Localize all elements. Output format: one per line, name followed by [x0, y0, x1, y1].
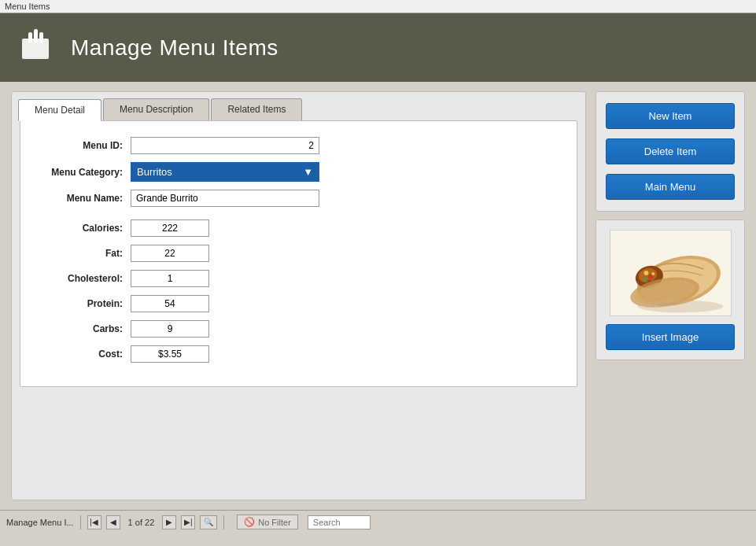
new-item-button[interactable]: New Item [606, 103, 735, 129]
status-nav-label: Manage Menu I... [6, 518, 74, 527]
form-row-category: Menu Category: Burritos ▼ [36, 162, 561, 182]
input-protein[interactable] [131, 295, 209, 312]
form-row-cholesterol: Cholesterol: [36, 270, 561, 287]
dropdown-arrow-icon: ▼ [303, 166, 313, 178]
tabs-container: Menu Detail Menu Description Related Ite… [12, 92, 585, 120]
form-row-carbs: Carbs: [36, 320, 561, 338]
label-menu-name: Menu Name: [36, 193, 131, 204]
svg-rect-3 [39, 32, 43, 43]
label-calories: Calories: [36, 223, 131, 234]
svg-point-9 [644, 271, 648, 275]
form-row-calories: Calories: [36, 220, 561, 237]
left-panel: Menu Detail Menu Description Related Ite… [11, 91, 586, 500]
svg-point-11 [642, 277, 646, 281]
main-content: Menu Detail Menu Description Related Ite… [0, 82, 756, 510]
status-bar: Manage Menu I... |◀ ◀ 1 of 22 ▶ ▶| 🔍 🚫 N… [0, 510, 756, 533]
no-filter-button[interactable]: 🚫 No Filter [237, 515, 298, 529]
nav-next-button[interactable]: ▶ [162, 515, 176, 529]
title-bar-label: Menu Items [5, 2, 50, 11]
label-fat: Fat: [36, 248, 131, 259]
insert-image-button[interactable]: Insert Image [606, 324, 735, 350]
label-cholesterol: Cholesterol: [36, 273, 131, 284]
button-group: New Item Delete Item Main Menu [596, 91, 745, 212]
nav-first-button[interactable]: |◀ [87, 515, 101, 529]
delete-item-button[interactable]: Delete Item [606, 138, 735, 164]
tab-menu-detail[interactable]: Menu Detail [18, 99, 101, 121]
form-row-name: Menu Name: [36, 190, 561, 207]
svg-point-12 [651, 272, 655, 275]
label-protein: Protein: [36, 298, 131, 309]
label-menu-category: Menu Category: [36, 167, 131, 178]
app-header: Manage Menu Items [0, 13, 756, 82]
input-fat[interactable] [131, 245, 209, 262]
label-carbs: Carbs: [36, 323, 131, 334]
label-menu-id: Menu ID: [36, 140, 131, 151]
input-cost[interactable] [131, 345, 209, 363]
header-title: Manage Menu Items [71, 35, 278, 61]
food-image [610, 230, 732, 316]
status-separator-1 [80, 515, 81, 529]
title-bar: Menu Items [0, 0, 756, 13]
filter-icon: 🚫 [244, 517, 255, 527]
input-calories[interactable] [131, 220, 209, 237]
tab-related-items[interactable]: Related Items [211, 98, 302, 120]
input-menu-id[interactable] [131, 137, 319, 154]
input-cholesterol[interactable] [131, 270, 209, 287]
form-row-fat: Fat: [36, 245, 561, 262]
tab-menu-description[interactable]: Menu Description [103, 98, 209, 120]
svg-point-16 [637, 301, 723, 313]
form-row-protein: Protein: [36, 295, 561, 312]
form-row-cost: Cost: [36, 345, 561, 363]
status-separator-2 [223, 515, 224, 529]
header-icon [16, 24, 55, 71]
form-container: Menu ID: Menu Category: Burritos ▼ Menu … [20, 120, 577, 387]
select-menu-category[interactable]: Burritos ▼ [131, 162, 319, 182]
page-info: 1 of 22 [125, 518, 158, 527]
main-menu-button[interactable]: Main Menu [606, 174, 735, 200]
right-panel: New Item Delete Item Main Menu [596, 91, 745, 500]
nav-prev-button[interactable]: ◀ [106, 515, 120, 529]
input-menu-name[interactable] [131, 190, 319, 207]
image-group: Insert Image [596, 220, 745, 360]
nav-search-button[interactable]: 🔍 [200, 515, 217, 529]
label-cost: Cost: [36, 349, 131, 360]
form-row-id: Menu ID: [36, 137, 561, 154]
search-input[interactable] [308, 515, 371, 529]
nav-last-button[interactable]: ▶| [181, 515, 195, 529]
svg-rect-2 [34, 29, 38, 43]
input-carbs[interactable] [131, 320, 209, 338]
svg-rect-1 [28, 32, 32, 43]
